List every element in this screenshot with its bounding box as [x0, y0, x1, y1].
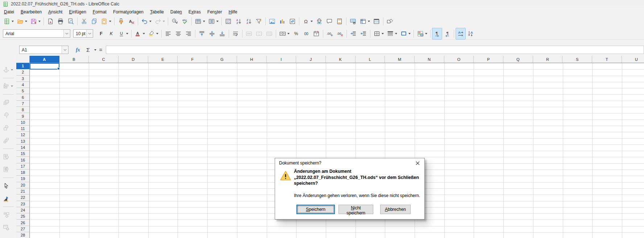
insert-chart-button[interactable] [277, 16, 287, 27]
text-dir-horizontal-button[interactable]: A [456, 28, 466, 39]
paste-button[interactable] [99, 16, 113, 27]
dropdown-caret-icon[interactable] [156, 33, 158, 34]
align-top-button[interactable] [197, 28, 207, 39]
dropdown-caret-icon[interactable] [143, 33, 145, 34]
row-header-14[interactable]: 14 [16, 145, 29, 151]
text-dir-vertical-button[interactable]: A [466, 28, 476, 39]
menu-einfügen[interactable]: Einfügen [66, 8, 89, 16]
cut-button[interactable] [79, 16, 89, 27]
design-mode-button[interactable] [1, 193, 11, 204]
new-document-button[interactable] [2, 16, 15, 27]
row-header-6[interactable]: 6 [16, 94, 29, 100]
sort-descending-button[interactable]: ZA [244, 16, 254, 27]
print-preview-button[interactable] [66, 16, 76, 27]
print-button[interactable] [55, 16, 66, 27]
menu-datei[interactable]: Datei [1, 8, 17, 16]
clone-formatting-button[interactable] [116, 16, 126, 27]
row-header-18[interactable]: 18 [16, 170, 29, 176]
dropdown-caret-icon[interactable] [11, 69, 13, 71]
row-header-2[interactable]: 2 [16, 69, 29, 75]
comment-button[interactable] [324, 16, 335, 27]
italic-button[interactable]: K [106, 28, 116, 39]
row-header-20[interactable]: 20 [16, 182, 29, 188]
row-header-11[interactable]: 11 [16, 126, 29, 132]
dialog-close-button[interactable] [413, 160, 422, 166]
column-header-C[interactable]: C [89, 56, 119, 63]
hyperlink-button[interactable] [314, 16, 324, 27]
menu-formatvorlagen[interactable]: Formatvorlagen [110, 8, 147, 16]
row-header-16[interactable]: 16 [16, 157, 29, 163]
add-decimal-button[interactable]: .00 [325, 28, 335, 39]
row-header-5[interactable]: 5 [16, 88, 29, 94]
row-header-4[interactable]: 4 [16, 82, 29, 88]
column-header-M[interactable]: M [385, 56, 415, 63]
column-header-S[interactable]: S [562, 56, 592, 63]
freeze-panes-button[interactable] [358, 16, 371, 27]
autosum-dropdown[interactable] [93, 46, 96, 54]
row-header-21[interactable]: 21 [16, 188, 29, 195]
dropdown-caret-icon[interactable] [109, 21, 111, 22]
font-name-select[interactable]: Arial [3, 29, 70, 38]
row-button[interactable] [193, 16, 207, 27]
dropdown-caret-icon[interactable] [38, 21, 41, 22]
bold-button[interactable]: F [96, 28, 106, 39]
dropdown-caret-icon[interactable] [216, 21, 219, 22]
row-header-23[interactable]: 23 [16, 201, 29, 207]
insert-pivot-table-button[interactable] [287, 16, 298, 27]
sort-ascending-button[interactable]: AZ [233, 16, 244, 27]
dropdown-caret-icon[interactable] [203, 21, 205, 22]
dropdown-caret-icon[interactable] [382, 33, 384, 34]
row-header-1[interactable]: 1 [16, 63, 29, 69]
font-size-dropdown[interactable] [86, 30, 93, 37]
row-header-25[interactable]: 25 [16, 213, 29, 220]
select-all-corner[interactable] [16, 56, 30, 63]
column-header-T[interactable]: T [592, 56, 622, 63]
percent-button[interactable]: % [291, 28, 301, 39]
spelling-button[interactable]: abc [180, 16, 190, 27]
border-style-button[interactable] [385, 28, 399, 39]
column-header-B[interactable]: B [59, 56, 89, 63]
special-character-button[interactable]: Ω [301, 16, 314, 27]
autofilter-button[interactable] [254, 16, 264, 27]
column-header-K[interactable]: K [326, 56, 356, 63]
align-center-button[interactable] [173, 28, 183, 39]
autosum-button[interactable]: Σ [84, 46, 92, 54]
open-button[interactable] [15, 16, 29, 27]
menu-bearbeiten[interactable]: Bearbeiten [17, 8, 45, 16]
name-box[interactable]: A1 [19, 46, 68, 54]
currency-button[interactable] [278, 28, 291, 39]
row-header-24[interactable]: 24 [16, 207, 29, 213]
dropdown-caret-icon[interactable] [149, 21, 151, 22]
row-header-3[interactable]: 3 [16, 76, 29, 82]
menu-extras[interactable]: Extras [185, 8, 204, 16]
row-header-8[interactable]: 8 [16, 107, 29, 113]
column-header-P[interactable]: P [474, 56, 503, 63]
dropdown-caret-icon[interactable] [368, 21, 370, 22]
dropdown-caret-icon[interactable] [425, 33, 427, 34]
column-header-Q[interactable]: Q [503, 56, 533, 63]
menu-format[interactable]: Format [90, 8, 110, 16]
print-area-button[interactable] [348, 16, 358, 27]
clear-formatting-button[interactable]: A [126, 16, 136, 27]
menu-fenster[interactable]: Fenster [204, 8, 225, 16]
dropdown-caret-icon[interactable] [408, 33, 411, 34]
underline-button[interactable]: U [116, 28, 130, 39]
column-header-U[interactable]: U [622, 56, 644, 63]
headers-footers-button[interactable] [335, 16, 345, 27]
save-button[interactable]: Speichern [296, 205, 335, 214]
row-header-12[interactable]: 12 [16, 132, 29, 138]
column-header-J[interactable]: J [296, 56, 326, 63]
para-ltr-button[interactable]: ¶ [432, 28, 442, 39]
dropdown-caret-icon[interactable] [163, 21, 165, 22]
date-format-button[interactable]: 7 [311, 28, 321, 39]
menu-hilfe[interactable]: Hilfe [225, 8, 241, 16]
formula-input[interactable] [106, 46, 644, 54]
menu-daten[interactable]: Daten [167, 8, 185, 16]
dropdown-caret-icon[interactable] [287, 33, 290, 34]
fill-handle[interactable] [57, 67, 60, 70]
column-header-R[interactable]: R [533, 56, 563, 63]
sort-button[interactable]: AZZA [223, 16, 233, 27]
row-header-27[interactable]: 27 [16, 226, 29, 232]
conditional-formatting-button[interactable] [415, 28, 429, 39]
font-name-dropdown[interactable] [63, 30, 70, 37]
